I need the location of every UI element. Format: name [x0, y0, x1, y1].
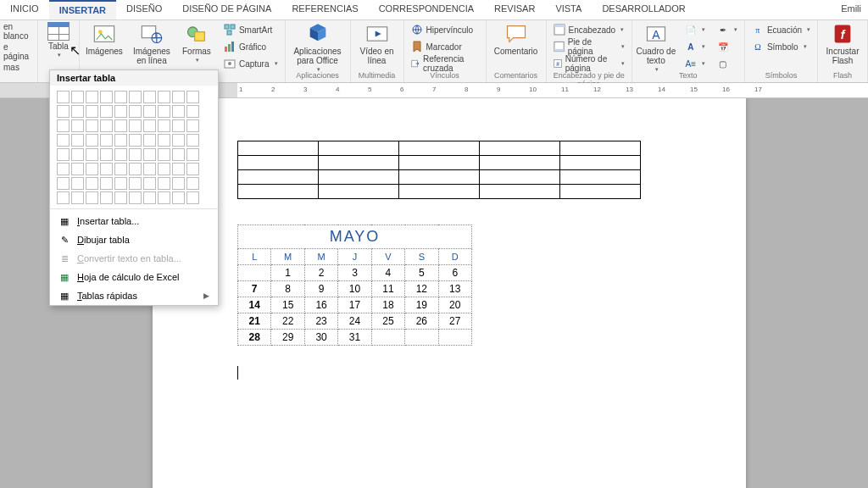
table-cell[interactable]	[399, 141, 480, 156]
draw-table-option[interactable]: ✎ Dibujar tabla	[50, 230, 218, 249]
grid-cell[interactable]	[100, 163, 113, 175]
calendar-day-cell[interactable]: 19	[405, 297, 438, 313]
ecuacion-button[interactable]: π Ecuación	[748, 22, 814, 37]
grid-cell[interactable]	[71, 163, 84, 175]
grid-cell[interactable]	[129, 163, 142, 175]
grid-cell[interactable]	[71, 191, 84, 204]
grid-cell[interactable]	[100, 119, 113, 132]
grid-cell[interactable]	[114, 163, 127, 175]
grid-cell[interactable]	[114, 134, 127, 147]
calendar-day-cell[interactable]: 3	[338, 265, 371, 281]
table-cell[interactable]	[480, 185, 560, 199]
tab-diseno[interactable]: DISEÑO	[116, 0, 172, 19]
calendar-day-cell[interactable]: 13	[438, 281, 471, 297]
grid-cell[interactable]	[100, 148, 113, 161]
grid-cell[interactable]	[143, 119, 156, 132]
grid-cell[interactable]	[172, 105, 185, 118]
grid-cell[interactable]	[143, 148, 156, 161]
table-cell[interactable]	[560, 185, 641, 199]
calendar-day-cell[interactable]: 31	[338, 330, 371, 346]
table-cell[interactable]	[480, 156, 560, 170]
object-button[interactable]: ▢	[714, 56, 741, 71]
grid-cell[interactable]	[186, 105, 199, 118]
table-cell[interactable]	[238, 156, 319, 170]
video-button[interactable]: Vídeo en línea	[354, 22, 400, 65]
grid-cell[interactable]	[114, 148, 127, 161]
grid-cell[interactable]	[57, 191, 70, 204]
grid-cell[interactable]	[129, 134, 142, 147]
calendar-day-cell[interactable]: 30	[304, 330, 337, 346]
imagenes-en-linea-button[interactable]: Imágenes en línea	[131, 22, 173, 65]
grid-cell[interactable]	[86, 134, 98, 147]
calendar-day-cell[interactable]: 14	[238, 297, 271, 313]
grid-cell[interactable]	[71, 177, 84, 190]
calendar-day-cell[interactable]: 29	[271, 330, 304, 346]
grid-cell[interactable]	[143, 134, 156, 147]
calendar-day-cell[interactable]: 7	[238, 281, 271, 297]
grid-cell[interactable]	[86, 177, 98, 190]
table-cell[interactable]	[560, 170, 641, 185]
blank-page-label[interactable]: en blanco	[3, 22, 34, 41]
grid-cell[interactable]	[143, 177, 156, 190]
table-cell[interactable]	[238, 170, 319, 185]
grid-cell[interactable]	[86, 148, 98, 161]
comentario-button[interactable]: Comentario	[490, 22, 542, 56]
ref-cruzada-button[interactable]: Referencia cruzada	[408, 56, 482, 71]
calendar-day-cell[interactable]: 21	[238, 313, 271, 330]
calendar-day-cell[interactable]: 20	[438, 297, 471, 313]
table-cell[interactable]	[238, 185, 319, 199]
datetime-button[interactable]: 📅	[714, 39, 741, 54]
grid-cell[interactable]	[172, 191, 185, 204]
grid-cell[interactable]	[71, 119, 84, 132]
encabezado-button[interactable]: Encabezado	[550, 22, 628, 37]
calendar-day-cell[interactable]: 11	[371, 281, 404, 297]
calendar-day-cell[interactable]: 24	[338, 313, 371, 330]
grid-cell[interactable]	[129, 191, 142, 204]
aplicaciones-button[interactable]: Aplicaciones para Office	[289, 22, 347, 73]
grafico-button[interactable]: Gráfico	[220, 39, 281, 54]
grid-cell[interactable]	[100, 105, 113, 118]
grid-cell[interactable]	[114, 119, 127, 132]
grid-cell[interactable]	[129, 91, 142, 103]
grid-cell[interactable]	[57, 148, 70, 161]
excel-sheet-option[interactable]: ▦ Hoja de cálculo de Excel	[50, 268, 218, 286]
table-cell[interactable]	[399, 170, 480, 185]
calendar-day-cell[interactable]: 27	[438, 313, 471, 330]
calendar-day-cell[interactable]: 12	[405, 281, 438, 297]
imagenes-button[interactable]: Imágenes	[83, 22, 125, 56]
grid-cell[interactable]	[186, 91, 199, 103]
insert-table-option[interactable]: ▦ Insertar tabla...	[50, 212, 218, 230]
calendar-day-cell[interactable]: 17	[338, 297, 371, 313]
grid-cell[interactable]	[172, 134, 185, 147]
calendar-day-cell[interactable]: 22	[271, 313, 304, 330]
calendar-day-cell[interactable]	[438, 330, 471, 346]
grid-cell[interactable]	[143, 163, 156, 175]
table-cell[interactable]	[560, 141, 641, 156]
calendar-day-cell[interactable]: 8	[271, 281, 304, 297]
insert-table-grid[interactable]	[50, 86, 218, 206]
grid-cell[interactable]	[86, 91, 98, 103]
calendar-table[interactable]: MAYO LMMJVSD 123456789101112131415161718…	[237, 225, 472, 346]
smartart-button[interactable]: SmartArt	[220, 22, 281, 37]
grid-cell[interactable]	[57, 105, 70, 118]
grid-cell[interactable]	[57, 134, 70, 147]
wordart-button[interactable]: A	[682, 39, 709, 54]
grid-cell[interactable]	[158, 163, 170, 175]
table-cell[interactable]	[560, 156, 641, 170]
grid-cell[interactable]	[158, 134, 170, 147]
table-cell[interactable]	[319, 170, 399, 185]
grid-cell[interactable]	[158, 191, 170, 204]
grid-cell[interactable]	[158, 91, 170, 103]
tab-inicio[interactable]: INICIO	[0, 0, 49, 19]
captura-button[interactable]: Captura	[220, 56, 281, 71]
flash-button[interactable]: f Incrustar Flash	[821, 22, 864, 65]
table-cell[interactable]	[238, 141, 319, 156]
table-cell[interactable]	[480, 141, 560, 156]
hipervinculo-button[interactable]: Hipervínculo	[408, 22, 482, 37]
calendar-day-cell[interactable]: 18	[371, 297, 404, 313]
grid-cell[interactable]	[158, 119, 170, 132]
formas-button[interactable]: Formas	[178, 22, 215, 64]
page[interactable]: MAYO LMMJVSD 123456789101112131415161718…	[153, 98, 746, 488]
calendar-day-cell[interactable]: 23	[304, 313, 337, 330]
blank-table[interactable]	[237, 141, 641, 199]
